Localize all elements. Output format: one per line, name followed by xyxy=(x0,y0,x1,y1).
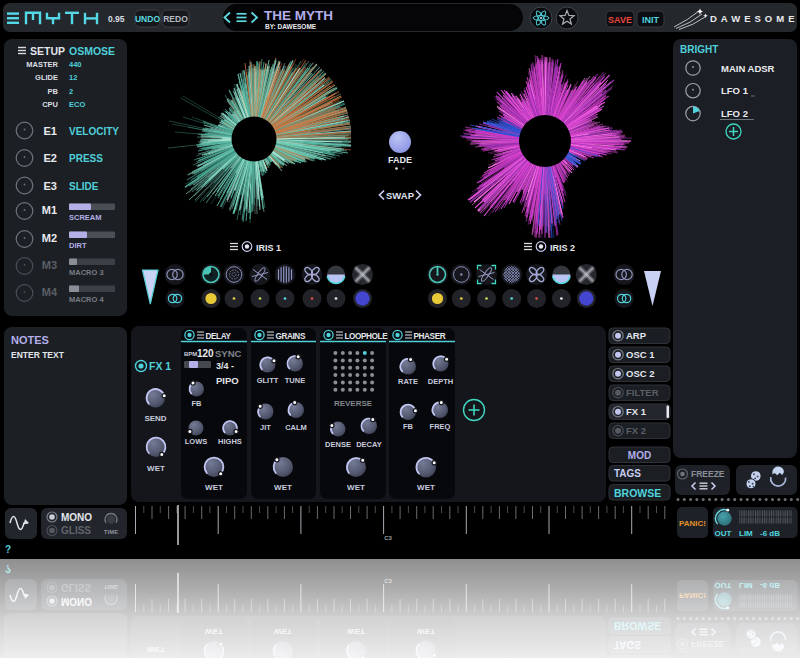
svg-text:SYNC: SYNC xyxy=(215,348,242,359)
svg-text:FB: FB xyxy=(192,399,203,408)
svg-text:MAIN ADSR: MAIN ADSR xyxy=(721,63,775,74)
svg-text:E2: E2 xyxy=(44,152,57,164)
svg-text:DECAY: DECAY xyxy=(356,440,382,449)
svg-text:MACRO 4: MACRO 4 xyxy=(69,295,104,304)
svg-text:PRESS: PRESS xyxy=(69,153,103,164)
svg-text:MACRO 3: MACRO 3 xyxy=(69,268,104,277)
svg-text:-6 dB: -6 dB xyxy=(760,529,780,538)
svg-text:3/4 -: 3/4 - xyxy=(216,361,234,371)
svg-text:DENSE: DENSE xyxy=(325,440,351,449)
svg-text:FREQ: FREQ xyxy=(430,422,451,431)
svg-text:GLISS: GLISS xyxy=(61,525,91,536)
svg-text:DAWESOME: DAWESOME xyxy=(710,13,798,24)
svg-text:MOD: MOD xyxy=(628,450,651,461)
svg-text:SAVE: SAVE xyxy=(608,15,632,25)
svg-text:BRIGHT: BRIGHT xyxy=(680,44,718,55)
svg-text:DEPTH: DEPTH xyxy=(428,377,453,386)
svg-text:120: 120 xyxy=(197,348,214,359)
svg-text:FILTER: FILTER xyxy=(626,387,659,398)
svg-text:C3: C3 xyxy=(384,535,392,541)
svg-text:WET: WET xyxy=(274,483,292,492)
svg-text:NOTES: NOTES xyxy=(11,334,49,346)
svg-text:DELAY: DELAY xyxy=(206,332,232,341)
svg-text:TIME: TIME xyxy=(104,529,118,535)
svg-text:RATE: RATE xyxy=(398,377,418,386)
svg-text:MONO: MONO xyxy=(61,512,92,523)
svg-text:CALM: CALM xyxy=(285,423,307,432)
svg-text:INIT: INIT xyxy=(642,15,660,25)
svg-text:ARP: ARP xyxy=(626,330,647,341)
svg-text:TUNE: TUNE xyxy=(285,376,305,385)
svg-text:OUT: OUT xyxy=(715,529,732,538)
svg-text:LFO 2: LFO 2 xyxy=(721,108,748,119)
svg-text:SEND: SEND xyxy=(144,414,166,423)
svg-text:M2: M2 xyxy=(42,232,57,244)
svg-text:FB: FB xyxy=(403,422,414,431)
svg-text:GRAINS: GRAINS xyxy=(276,332,306,341)
svg-text:CPU: CPU xyxy=(42,100,58,109)
svg-text:UNDO: UNDO xyxy=(135,14,160,24)
svg-text:0.95: 0.95 xyxy=(108,14,125,24)
svg-text:M1: M1 xyxy=(42,204,57,216)
svg-text:E3: E3 xyxy=(44,180,57,192)
svg-text:HIGHS: HIGHS xyxy=(218,437,242,446)
svg-text:OSC 1: OSC 1 xyxy=(626,349,655,360)
svg-text:GLITT: GLITT xyxy=(257,376,279,385)
svg-text:FX 1: FX 1 xyxy=(149,360,171,372)
svg-text:E1: E1 xyxy=(44,125,57,137)
svg-text:SLIDE: SLIDE xyxy=(69,181,99,192)
svg-text:M3: M3 xyxy=(42,259,57,271)
svg-text:BPM: BPM xyxy=(184,351,197,357)
svg-text:MASTER: MASTER xyxy=(26,60,58,69)
svg-text:2: 2 xyxy=(69,87,73,96)
svg-text:ECO: ECO xyxy=(69,100,85,109)
svg-text:BROWSE: BROWSE xyxy=(614,487,661,499)
svg-text:12: 12 xyxy=(69,73,77,82)
svg-text:WET: WET xyxy=(417,483,435,492)
svg-text:GLIDE: GLIDE xyxy=(35,73,58,82)
svg-text:VELOCITY: VELOCITY xyxy=(69,126,119,137)
svg-text:DIRT: DIRT xyxy=(69,241,87,250)
svg-text:FX 1: FX 1 xyxy=(626,406,647,417)
svg-text:LFO 1: LFO 1 xyxy=(721,85,749,96)
svg-text:PIPO: PIPO xyxy=(216,375,239,386)
svg-text:IRIS 2: IRIS 2 xyxy=(550,243,575,253)
svg-text:LIM: LIM xyxy=(739,529,753,538)
svg-text:OSMOSE: OSMOSE xyxy=(69,45,115,57)
svg-text:LOWS: LOWS xyxy=(185,437,208,446)
svg-text:?: ? xyxy=(5,544,11,555)
svg-text:SETUP: SETUP xyxy=(30,45,65,57)
svg-text:SWAP: SWAP xyxy=(386,190,415,201)
svg-text:FADE: FADE xyxy=(388,155,412,165)
svg-text:LOOPHOLE: LOOPHOLE xyxy=(345,332,389,341)
svg-text:ENTER TEXT: ENTER TEXT xyxy=(11,350,65,360)
svg-text:PANIC!: PANIC! xyxy=(679,519,706,528)
svg-text:BY: DAWESOME: BY: DAWESOME xyxy=(265,23,317,30)
svg-text:M4: M4 xyxy=(42,286,58,298)
svg-text:WET: WET xyxy=(347,483,365,492)
svg-text:440: 440 xyxy=(69,60,82,69)
svg-text:FREEZE: FREEZE xyxy=(691,469,725,479)
svg-text:OSC 2: OSC 2 xyxy=(626,368,655,379)
svg-text:FX 2: FX 2 xyxy=(626,425,646,436)
svg-text:WET: WET xyxy=(147,464,165,473)
svg-text:THE MYTH: THE MYTH xyxy=(264,8,333,23)
svg-text:JIT: JIT xyxy=(260,423,271,432)
svg-text:REDO: REDO xyxy=(163,14,188,24)
svg-text:TAGS: TAGS xyxy=(614,468,641,479)
svg-text:PHASER: PHASER xyxy=(414,332,446,341)
svg-text:SCREAM: SCREAM xyxy=(69,213,102,222)
svg-text:REVERSE: REVERSE xyxy=(334,399,373,408)
svg-text:PB: PB xyxy=(48,87,59,96)
svg-text:WET: WET xyxy=(205,483,223,492)
svg-text:IRIS 1: IRIS 1 xyxy=(256,243,281,253)
